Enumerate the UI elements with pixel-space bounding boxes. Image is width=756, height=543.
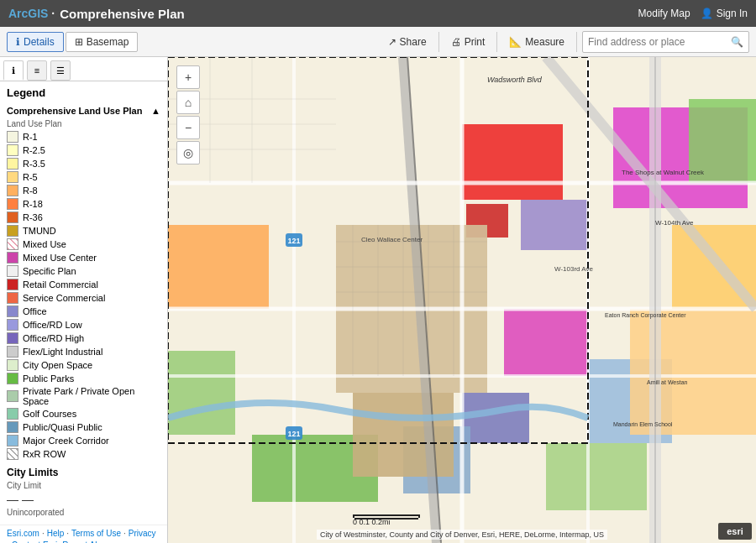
topbar-left: ArcGIS · Comprehensive Plan <box>8 7 185 21</box>
legend-item-specific-plan: Specific Plan <box>7 265 160 277</box>
swatch-creek <box>7 435 18 446</box>
swatch-public-parks <box>7 373 18 384</box>
svg-rect-5 <box>504 309 588 376</box>
svg-rect-7 <box>168 351 235 435</box>
legend-item-flex-industrial: Flex/Light Industrial <box>7 346 160 358</box>
arcgis-logo: ArcGIS · <box>8 7 55 20</box>
top-bar: ArcGIS · Comprehensive Plan Modify Map 👤… <box>0 0 756 27</box>
footer-links: Esri.com · Help · Terms of Use · Privacy… <box>0 525 167 543</box>
collapse-icon[interactable]: ▲ <box>151 106 160 116</box>
toolbar: ℹ Details ⊞ Basemap ↗ Share 🖨 Print 📐 Me… <box>0 27 756 57</box>
search-box[interactable]: 🔍 <box>582 31 749 53</box>
swatch-flex-industrial <box>7 346 18 358</box>
map-attribution: City of Westminster, County and City of … <box>317 530 607 540</box>
topbar-right: Modify Map 👤 Sign In <box>638 8 748 19</box>
tab-info[interactable]: ℹ <box>3 60 24 81</box>
legend-item-public-parks: Public Parks <box>7 373 160 384</box>
scalebar: 0 0.1 0.2mi <box>353 514 420 526</box>
legend-item-golf: Golf Courses <box>7 408 160 420</box>
legend-item-r8: R-8 <box>7 185 160 196</box>
legend-item-r18: R-18 <box>7 198 160 210</box>
swatch-specific-plan <box>7 265 18 277</box>
terms-link[interactable]: Terms of Use <box>71 529 121 538</box>
swatch-r25 <box>7 144 18 156</box>
separator-3 <box>576 32 577 52</box>
legend-item-private-park: Private Park / Private Open Space <box>7 386 160 406</box>
legend-item-mixed-use-center: Mixed Use Center <box>7 252 160 264</box>
search-icon[interactable]: 🔍 <box>731 36 743 48</box>
swatch-mixed-use-center <box>7 252 18 264</box>
legend-section-land-use: Comprehensive Land Use Plan ▲ <box>7 106 160 116</box>
main-area: ℹ ≡ ☰ Legend Comprehensive Land Use Plan… <box>0 57 756 543</box>
legend-subtitle: Land Use Plan <box>7 119 160 128</box>
print-action[interactable]: 🖨 Print <box>444 33 492 51</box>
sidebar-tabs: ℹ ≡ ☰ <box>0 57 167 81</box>
swatch-r18 <box>7 198 18 210</box>
svg-rect-9 <box>546 443 647 510</box>
swatch-private-park <box>7 390 18 402</box>
swatch-r5 <box>7 171 18 183</box>
map-controls: + ⌂ − ◎ <box>176 65 200 164</box>
legend-item-office-rd-high: Office/RD High <box>7 332 160 344</box>
legend-item-office-rd-low: Office/RD Low <box>7 319 160 331</box>
svg-text:121: 121 <box>287 430 300 438</box>
legend-item-r35: R-3.5 <box>7 158 160 170</box>
info-icon: ℹ <box>16 36 20 48</box>
privacy-link[interactable]: Privacy <box>129 529 156 538</box>
separator-2 <box>496 32 497 52</box>
legend-item-creek: Major Creek Corridor <box>7 435 160 446</box>
separator-1 <box>438 32 439 52</box>
legend-item-r36: R-36 <box>7 211 160 223</box>
home-button[interactable]: ⌂ <box>176 91 200 114</box>
app-title: Comprehensive Plan <box>60 7 184 21</box>
legend-item-tmund: TMUND <box>7 225 160 237</box>
svg-rect-2 <box>462 124 563 200</box>
svg-text:Eaton Ranch Corporate Center: Eaton Ranch Corporate Center <box>605 312 686 319</box>
print-icon: 🖨 <box>451 36 461 48</box>
svg-text:The Shops at Walnut Creek: The Shops at Walnut Creek <box>622 169 705 176</box>
svg-text:Cleo Wallace Center: Cleo Wallace Center <box>361 236 423 243</box>
signin-button[interactable]: 👤 Sign In <box>701 8 748 19</box>
esri-link[interactable]: Esri.com <box>7 529 39 538</box>
svg-rect-14 <box>168 225 269 309</box>
legend-item-service: Service Commercial <box>7 292 160 304</box>
tab-list[interactable]: ≡ <box>27 60 47 81</box>
swatch-retail <box>7 279 18 290</box>
swatch-rxr <box>7 448 18 460</box>
sidebar: ℹ ≡ ☰ Legend Comprehensive Land Use Plan… <box>0 57 168 543</box>
swatch-office-rd-low <box>7 319 18 331</box>
legend-item-r1: R-1 <box>7 131 160 143</box>
map-container[interactable]: 121 121 Wadsworth Blvd Cleo Wallace Cent… <box>168 57 756 543</box>
help-link[interactable]: Help <box>47 529 65 538</box>
zoom-out-button[interactable]: − <box>176 116 200 139</box>
modify-map-link[interactable]: Modify Map <box>638 8 690 19</box>
legend-item-rxr: RxR ROW <box>7 448 160 460</box>
measure-action[interactable]: 📐 Measure <box>502 33 571 51</box>
search-input[interactable] <box>588 36 731 48</box>
gps-button[interactable]: ◎ <box>176 141 200 164</box>
legend-item-r25: R-2.5 <box>7 144 160 156</box>
swatch-tmund <box>7 225 18 237</box>
swatch-mixed-use <box>7 238 18 250</box>
basemap-icon: ⊞ <box>75 36 83 48</box>
legend-city-limit-label: City Limit <box>7 481 160 490</box>
legend-item-retail: Retail Commercial <box>7 279 160 290</box>
basemap-button[interactable]: ⊞ Basemap <box>66 32 139 52</box>
svg-rect-18 <box>353 393 454 477</box>
share-action[interactable]: ↗ Share <box>381 33 433 51</box>
swatch-service <box>7 292 18 304</box>
swatch-r36 <box>7 211 18 223</box>
share-icon: ↗ <box>388 36 396 48</box>
details-button[interactable]: ℹ Details <box>7 32 64 52</box>
swatch-r35 <box>7 158 18 170</box>
swatch-office <box>7 305 18 317</box>
svg-rect-15 <box>630 309 756 435</box>
swatch-r1 <box>7 131 18 143</box>
svg-rect-10 <box>521 200 588 250</box>
svg-text:121: 121 <box>287 237 300 245</box>
legend-unincorporated: Unincorporated <box>7 508 160 517</box>
zoom-in-button[interactable]: + <box>176 65 200 89</box>
legend-city-limits-title: City Limits <box>7 467 160 478</box>
tab-layers[interactable]: ☰ <box>50 60 71 81</box>
swatch-golf <box>7 408 18 420</box>
